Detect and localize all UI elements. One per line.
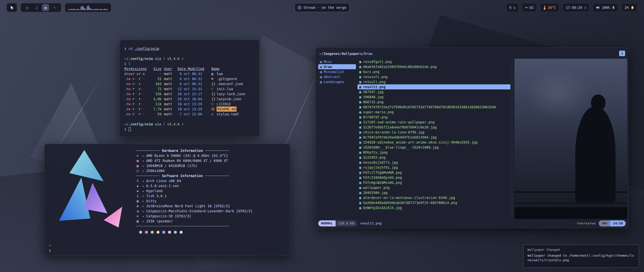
file-row[interactable]: ▣kurz.png [357, 69, 510, 74]
memory-icon: ▤ [136, 163, 140, 168]
file-row[interactable]: ▣217167-sad-anime-rain-wallpaper.png [357, 120, 510, 125]
file-row[interactable]: ▣866715.png [357, 99, 510, 105]
image-file-icon: ▣ [359, 69, 361, 74]
fetch-line: ◆→6.5.8-zen1-1-zen [136, 183, 286, 188]
notification-toast[interactable]: Wallpaper Changed Wallpaper changed to /… [523, 245, 639, 268]
temperature-widget[interactable]: 26°C [540, 3, 559, 12]
display-icon: ▢ [136, 168, 140, 173]
sidebar-folder-draw[interactable]: ▤Draw [318, 64, 356, 69]
file-row[interactable]: ▣08a634fa02a32364f69ebc86a98eb1eb.png [357, 64, 510, 69]
file-row[interactable]: ▣19201080-__blue-tinge__-1920×1080.jpg [357, 145, 510, 150]
file-row[interactable]: ▣68747470733a2f2f696d616765732d7769786d7… [357, 105, 510, 110]
folder-icon: ▤ [320, 79, 322, 84]
image-file-icon: ▣ [359, 180, 361, 185]
file-row[interactable]: ▣resssult.png [357, 74, 510, 79]
image-file-icon: ▣ [359, 195, 361, 200]
folder-icon: ▤ [45, 6, 47, 10]
visualizer-bar [88, 6, 89, 10]
tab-badge: 1 [619, 51, 625, 56]
image-file-icon: ▣ [359, 155, 361, 160]
file-row[interactable]: ▣154928-odinokoe_anime-art-anime-okno-si… [357, 140, 510, 145]
file-row[interactable]: ▣super-mario.png [357, 110, 510, 115]
fetch-terminal-window[interactable]: Hardware Information⊙→AMD Ryzen 9 5900X … [44, 144, 290, 256]
arrow-icon: → [142, 193, 144, 198]
image-file-icon: ▣ [359, 94, 361, 99]
workspace-button-music[interactable]: ♫ [33, 4, 40, 11]
terminal-file-row: .rw-r--r--11kmatt18 oct 13:29©LICENSE [124, 101, 255, 107]
keyboard-layout-widget[interactable]: ⌨ US [522, 3, 537, 12]
microphone-icon [612, 6, 615, 10]
file-row[interactable]: ▣3122955.png [357, 155, 510, 160]
sidebar-folder-minimalist[interactable]: ▤Minimalist [318, 69, 356, 74]
visualizer-bar [101, 9, 102, 10]
visualizer-bars [68, 5, 108, 10]
thermometer-icon [543, 6, 546, 10]
file-row[interactable]: ▣ressdfgult.png [357, 59, 510, 64]
image-file-icon: ▣ [359, 125, 361, 130]
volume-level: 100% [602, 6, 610, 10]
visualizer-bar [103, 9, 104, 10]
file-row[interactable]: ▣20492984.jpg [357, 190, 510, 195]
image-file-icon: ▣ [359, 110, 361, 115]
folder-icon: ▤ [320, 69, 322, 74]
clock-widget[interactable]: 17:50:29 ◷ [562, 3, 589, 12]
visualizer-bar [71, 9, 71, 10]
sidebar-folder-misc[interactable]: ▤Misc [318, 59, 356, 64]
file-row[interactable]: ▣FXfcJlTXgAMvH6R.png [357, 170, 510, 175]
terminal-window[interactable]: ❯ cd .config/nvim ~/.config/nvim via ☾ v… [119, 40, 260, 137]
launcher-button[interactable] [7, 3, 17, 12]
scroll-percent-badge: 36% [599, 220, 610, 226]
fetch-section-header: Hardware Information [136, 148, 229, 153]
media-title: thrown - on the verge [303, 6, 346, 10]
file-row[interactable]: ▣FXfcII0X0AQyn9X.png [357, 175, 510, 180]
terminal-prompt-line[interactable]: ❯ [124, 127, 255, 132]
file-row[interactable]: ▣wallpaper.png [357, 185, 510, 190]
image-file-icon: ▣ [359, 150, 361, 155]
file-row[interactable]: ▣87r687df.png [357, 115, 510, 120]
file-row[interactable]: ▣FXfcHgcWIAMzs0G.png [357, 180, 510, 185]
file-row[interactable]: ▣8FKa7Cu.jpeg [357, 150, 510, 155]
fetch-line: ▤→10948MiB / 64183MiB (17%) [136, 163, 286, 168]
visualizer-bar [102, 9, 103, 10]
file-row[interactable]: ▣nnvuv0xj2df71.jpg [357, 160, 510, 165]
file-row[interactable]: ▣chica-mirando-la-luna-8799.jpg [357, 130, 510, 135]
updates-widget[interactable]: 0 ↻ [506, 3, 519, 12]
terminal-file-row: .rw-r--r--183matt 6 oct 00:31{}.neoconf.… [124, 81, 255, 86]
notifications-widget[interactable]: 24 [621, 3, 637, 12]
music-icon: ♫ [35, 6, 37, 10]
icon-theme-icon: ⊛ [136, 214, 140, 219]
visualizer-bar [100, 9, 100, 10]
text-cursor [129, 127, 131, 131]
sidebar-folder-landscapes[interactable]: ▤Landscapes [318, 79, 356, 84]
image-file-icon: ▣ [359, 130, 361, 135]
file-row[interactable]: ▣atardecer-en-la-montanas-ilustracion-63… [357, 195, 510, 200]
zap-icon: ⚡ [182, 122, 184, 126]
file-row[interactable]: ▣EeNKYgIUcAAJ5JX.jpg [357, 205, 510, 210]
fetch-shell-prompt[interactable]: ~ ❯ [49, 243, 51, 253]
file-manager-window[interactable]: ~/Imagenes/Wallpapers/Draw 1 ▤Misc▤Draw▤… [315, 47, 628, 228]
file-row[interactable]: ▣0c794faf07de24a4db4d4fb1eb813964.jpg [357, 135, 510, 140]
file-row[interactable]: ▣result2.png [357, 84, 510, 89]
file-row[interactable]: ▣587597.jpg [357, 89, 510, 94]
workspace-button-files[interactable]: ▤ [42, 4, 49, 11]
disc-icon [298, 6, 301, 9]
media-widget[interactable]: thrown - on the verge [295, 3, 350, 12]
workspace-button-edit[interactable]: ✎ [51, 4, 58, 11]
speaker-icon [596, 6, 600, 9]
keyboard-layout: US [529, 6, 533, 10]
file-row[interactable]: ▣re1sult.png [357, 79, 510, 84]
file-row[interactable]: ▣3126f7e9bbf21a8a4af0b67b041c6e26.jpg [357, 125, 510, 130]
volume-widget[interactable]: 100% [593, 3, 618, 12]
folder-icon: ▣ [211, 71, 215, 76]
arrow-icon: → [142, 168, 144, 173]
file-row[interactable]: ▣rsjqojlmjhf91.jpg [357, 165, 510, 170]
image-file-icon: ▣ [359, 140, 361, 145]
workspace-button-web[interactable]: ◎ [24, 4, 31, 11]
font-icon: A [136, 203, 140, 209]
file-row[interactable]: ▣5a266e448add93deab367d87173e9f25-683788… [357, 200, 510, 205]
image-file-icon: ▣ [359, 185, 361, 190]
file-row[interactable]: ▣596848.jpg [357, 94, 510, 99]
terminal-file-row: drwxr-xr-x-matt 6 oct 00:31▣lua [124, 71, 255, 76]
palette-dot [168, 231, 171, 234]
sidebar-folder-abstract[interactable]: ▤Abstract [318, 74, 356, 79]
